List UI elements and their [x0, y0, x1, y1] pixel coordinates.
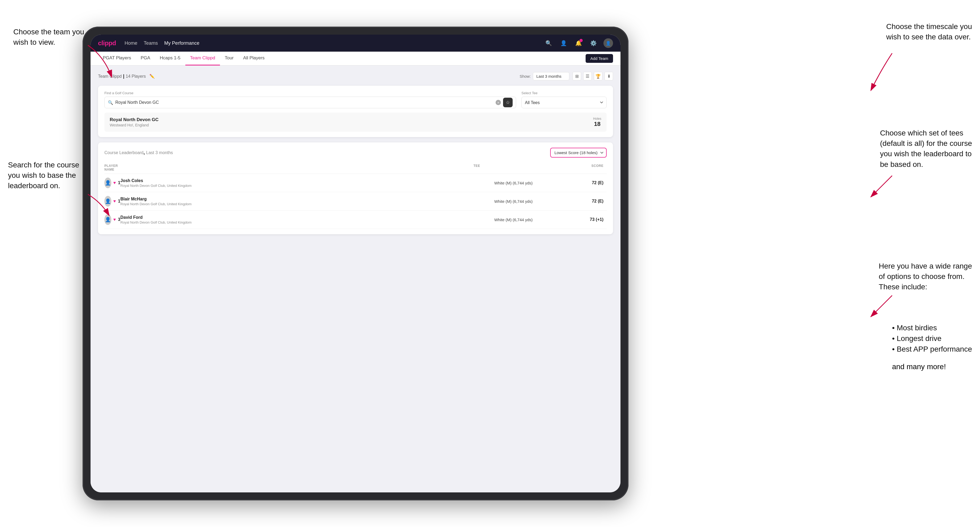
table-row: 👤 ♥ 3 David Ford Royal North Devon Golf … — [104, 211, 607, 229]
tablet-frame: clippd Home Teams My Performance 🔍 👤 🔔 ⚙… — [83, 27, 628, 500]
rank-cell-1: 👤 ♥ 1 — [104, 178, 120, 188]
show-label: Show: — [520, 74, 531, 78]
player-name-1: Josh Coles — [120, 178, 191, 183]
subnav-all-players[interactable]: All Players — [238, 52, 269, 65]
player-name-3: David Ford — [120, 215, 191, 220]
search-button[interactable]: 🔍 — [544, 38, 554, 48]
col-tee: TEE — [474, 164, 554, 171]
settings-button[interactable]: ⚙️ — [589, 38, 598, 48]
clear-search-button[interactable]: × — [496, 100, 501, 105]
annotation-choose-team: Choose the team you wish to view. — [13, 27, 99, 48]
subnav-team-clippd[interactable]: Team Clippd — [185, 52, 220, 65]
sub-nav: PGAT Players PGA Hcaps 1-5 Team Clippd T… — [91, 52, 620, 65]
rank-1: 1 — [118, 181, 120, 185]
team-title: Team Clippd | 14 Players ✏️ — [98, 73, 520, 79]
player-cell-2: Blair McHarg Royal North Devon Golf Club… — [120, 197, 474, 206]
find-course-col: Find a Golf Course 🔍 × ☆ — [104, 91, 516, 108]
col-score: SCORE — [554, 164, 607, 171]
tee-label: Select Tee — [522, 91, 607, 95]
rank-cell-2: 👤 ♥ 1 — [104, 196, 120, 206]
and-many-more: and many more! — [892, 362, 972, 371]
heart-icon-2: ♥ — [113, 199, 116, 204]
show-dropdown[interactable]: Last 3 months — [533, 72, 570, 80]
course-search-input[interactable] — [115, 100, 496, 105]
subnav-hcaps[interactable]: Hcaps 1-5 — [155, 52, 185, 65]
heart-icon-1: ♥ — [113, 181, 116, 185]
edit-icon[interactable]: ✏️ — [150, 74, 155, 78]
tablet-screen: clippd Home Teams My Performance 🔍 👤 🔔 ⚙… — [91, 35, 620, 492]
subnav-pgat[interactable]: PGAT Players — [98, 52, 136, 65]
rank-3: 3 — [118, 217, 120, 222]
table-header: PLAYER NAME TEE SCORE — [104, 162, 607, 174]
bullet-longest-drive: Longest drive — [892, 333, 972, 344]
nav-teams[interactable]: Teams — [144, 40, 158, 46]
bullet-list-container: Most birdies Longest drive Best APP perf… — [892, 319, 972, 371]
tee-select[interactable]: All Tees — [522, 97, 607, 108]
table-row: 👤 ♥ 1 Josh Coles Royal North Devon Golf … — [104, 174, 607, 192]
rank-cell-3: 👤 ♥ 3 — [104, 214, 120, 225]
tee-cell-3: White (M) (6,744 yds) — [474, 217, 554, 222]
rank-2: 1 — [118, 199, 120, 204]
search-section: Find a Golf Course 🔍 × ☆ Select Tee All … — [98, 86, 613, 137]
add-team-button[interactable]: Add Team — [585, 54, 613, 63]
annotation-search-course: Search for the courseyou wish to base th… — [8, 160, 80, 191]
score-cell-2: 72 (E) — [554, 199, 607, 204]
bullet-best-app: Best APP performance — [892, 344, 972, 354]
trophy-view-button[interactable]: 🏆 — [594, 72, 602, 80]
arrow-options — [865, 290, 972, 322]
score-cell-3: 73 (+1) — [554, 217, 607, 222]
heart-icon-3: ♥ — [113, 217, 116, 222]
score-type-dropdown[interactable]: Lowest Score (18 holes) — [550, 148, 607, 157]
course-name: Royal North Devon GC — [110, 117, 158, 122]
player-info-3: David Ford Royal North Devon Golf Club, … — [120, 215, 191, 224]
player-cell-1: Josh Coles Royal North Devon Golf Club, … — [120, 178, 474, 187]
subnav-pga[interactable]: PGA — [136, 52, 155, 65]
find-course-label: Find a Golf Course — [104, 91, 516, 95]
grid-view-button[interactable]: ⊞ — [573, 72, 581, 80]
holes-box: Holes 18 — [593, 117, 601, 127]
leaderboard-title: Course Leaderboard, Last 3 months — [104, 150, 550, 156]
arrow-timescale — [865, 48, 972, 101]
notifications-button[interactable]: 🔔 — [574, 38, 583, 48]
avatar-2: 👤 — [104, 196, 111, 206]
nav-my-performance[interactable]: My Performance — [164, 40, 199, 46]
table-row: 👤 ♥ 1 Blair McHarg Royal North Devon Gol… — [104, 192, 607, 211]
bullet-most-birdies: Most birdies — [892, 322, 972, 333]
nav-home[interactable]: Home — [125, 40, 137, 46]
nav-bar: clippd Home Teams My Performance 🔍 👤 🔔 ⚙… — [91, 35, 620, 52]
player-club-1: Royal North Devon Golf Club, United King… — [120, 184, 191, 187]
search-input-wrap: 🔍 × ☆ — [104, 97, 516, 108]
logo: clippd — [98, 40, 116, 47]
course-result: Royal North Devon GC Westward Ho!, Engla… — [104, 113, 607, 132]
course-location: Westward Ho!, England — [110, 123, 158, 127]
tee-cell-1: White (M) (6,744 yds) — [474, 181, 554, 185]
col-player-name: PLAYER NAME — [104, 164, 120, 171]
download-button[interactable]: ⬇ — [605, 72, 613, 80]
player-club-3: Royal North Devon Golf Club, United King… — [120, 221, 191, 224]
subnav-tour[interactable]: Tour — [220, 52, 238, 65]
nav-icons: 🔍 👤 🔔 ⚙️ 👤 — [544, 38, 613, 48]
annotation-tees: Choose which set of tees(default is all)… — [880, 128, 972, 170]
leaderboard-header: Course Leaderboard, Last 3 months Lowest… — [104, 148, 607, 157]
main-content: Team Clippd | 14 Players ✏️ Show: Last 3… — [91, 65, 620, 492]
player-name-2: Blair McHarg — [120, 197, 191, 202]
player-info-1: Josh Coles Royal North Devon Golf Club, … — [120, 178, 191, 187]
favorite-button[interactable]: ☆ — [503, 98, 513, 107]
holes-label: Holes — [593, 117, 601, 121]
score-cell-1: 72 (E) — [554, 181, 607, 185]
player-club-2: Royal North Devon Golf Club, United King… — [120, 202, 191, 206]
avatar[interactable]: 👤 — [603, 38, 613, 48]
people-button[interactable]: 👤 — [559, 38, 568, 48]
leaderboard-section: Course Leaderboard, Last 3 months Lowest… — [98, 142, 613, 234]
list-view-button[interactable]: ☰ — [583, 72, 592, 80]
player-info-2: Blair McHarg Royal North Devon Golf Club… — [120, 197, 191, 206]
arrow-tees — [865, 170, 972, 202]
team-header-row: Team Clippd | 14 Players ✏️ Show: Last 3… — [98, 72, 613, 80]
col-placeholder — [120, 164, 474, 171]
annotation-timescale: Choose the timescale youwish to see the … — [886, 21, 972, 42]
annotation-options: Here you have a wide rangeof options to … — [879, 261, 972, 292]
player-cell-3: David Ford Royal North Devon Golf Club, … — [120, 215, 474, 224]
avatar-3: 👤 — [104, 214, 111, 225]
tee-select-col: Select Tee All Tees — [522, 91, 607, 108]
tee-cell-2: White (M) (6,744 yds) — [474, 199, 554, 204]
